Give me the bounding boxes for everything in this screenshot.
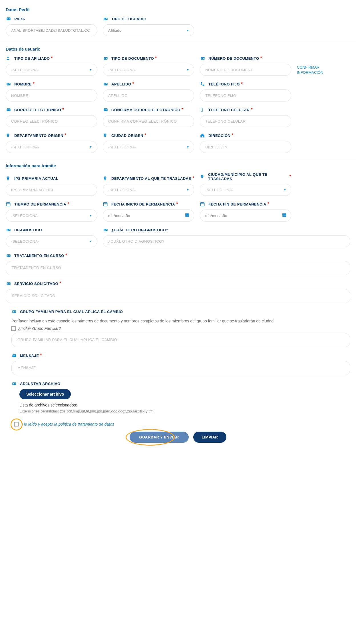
tratamiento-input[interactable]: TRATAMIENTO EN CURSO <box>6 261 350 275</box>
field-tipo-documento: TIPO DE DOCUMENTO * -SELECCIONA- ▼ <box>103 56 194 76</box>
id-card-icon <box>6 227 13 232</box>
fecha-inicio-input[interactable]: día/mes/año <box>103 210 194 222</box>
departamento-destino-select[interactable]: -SELECCIONA- ▼ <box>103 184 194 196</box>
correo-input[interactable]: CORREO ELECTRÓNICO <box>6 115 97 127</box>
apellido-input[interactable]: APELLIDO <box>103 89 194 101</box>
field-tipo-afiliado: TIPO DE AFILIADO* -SELECCIONA- ▼ <box>6 56 97 76</box>
field-correo: CORREO ELECTRÓNICO * CORREO ELECTRÓNICO <box>6 107 97 127</box>
pin-icon <box>6 133 13 138</box>
field-ciudad-destino: CIUDAD/MUNICIPIO AL QUE TE TRASLADAS * -… <box>200 172 291 196</box>
section-tramite-title: Información para trámite <box>6 163 350 168</box>
caret-down-icon: ▼ <box>89 240 92 243</box>
field-ciudad-origen: CIUDAD ORIGEN * -SELECCIONA- ▼ <box>103 133 194 153</box>
departamento-origen-select[interactable]: -SELECCIONA- ▼ <box>6 141 97 153</box>
id-card-icon <box>6 81 13 87</box>
person-icon <box>6 56 13 61</box>
buttons-row: GUARDAR Y ENVIAR LIMPIAR <box>6 432 350 443</box>
mail-icon <box>6 107 13 112</box>
home-icon <box>200 133 207 138</box>
id-card-icon <box>103 81 110 87</box>
caret-down-icon: ▼ <box>186 68 189 71</box>
section-profile-title: Datos Perfil <box>6 7 350 12</box>
mail-icon <box>11 353 18 358</box>
terms-highlight-circle <box>11 418 23 430</box>
calendar-grid-icon[interactable] <box>185 212 190 219</box>
field-telefono-celular: TELÉFONO CELULAR * TELÉFONO CELULAR <box>200 107 291 127</box>
incluir-grupo-label: ¿Incluir Grupo Familiar? <box>18 326 61 331</box>
field-numero-documento: NÚMERO DE DOCUMENTO * NÚMERO DE DOCUMENT <box>200 56 291 76</box>
telefono-celular-input[interactable]: TELÉFONO CELULAR <box>200 115 291 127</box>
id-card-icon <box>103 227 110 232</box>
lista-archivos-label: Lista de archivos seleccionados: <box>19 403 350 407</box>
seleccionar-archivo-button[interactable]: Seleccionar archivo <box>19 389 71 399</box>
mail-icon <box>6 16 13 21</box>
servicio-input[interactable]: SERVICIO SOLICITADO <box>6 289 350 303</box>
id-card-icon <box>11 309 18 314</box>
field-direccion: DIRECCIÓN * DIRECCIÓN <box>200 133 291 153</box>
caret-down-icon: ▼ <box>186 145 189 149</box>
incluir-grupo-checkbox[interactable] <box>11 326 16 331</box>
caret-down-icon: ▼ <box>89 68 92 71</box>
direccion-input[interactable]: DIRECCIÓN <box>200 141 291 153</box>
numero-documento-input[interactable]: NÚMERO DE DOCUMENT <box>200 64 291 76</box>
field-otro-diagnostico: ¿CUÁL OTRO DIAGNOSTICO? ¿CUÁL OTRO DIAGN… <box>103 227 350 247</box>
field-servicio: SERVICIO SOLICITADO * SERVICIO SOLICITAD… <box>6 281 350 303</box>
field-telefono-fijo: TELÉFONO FIJO * TELÉFONO FIJO <box>200 81 291 101</box>
id-card-icon <box>200 56 207 61</box>
field-departamento-destino: DEPARTAMENTO AL QUE TE TRASLADAS * -SELE… <box>103 176 194 196</box>
id-card-icon <box>103 56 110 61</box>
confirma-correo-input[interactable]: CONFIRMA CORREO ELECTRÓNICO <box>103 115 194 127</box>
field-confirma-correo: CONFIRMA CORREO ELECTRÓNICO * CONFIRMA C… <box>103 107 194 127</box>
field-tipo-usuario: TIPO DE USUARIO Afiliado ▼ <box>103 16 194 36</box>
ciudad-origen-select[interactable]: -SELECCIONA- ▼ <box>103 141 194 153</box>
pin-icon <box>103 176 110 181</box>
field-diagnostico: DIAGNOSTICO -SELECCIONA- ▼ <box>6 227 97 247</box>
field-mensaje: MENSAJE * MENSAJE <box>11 353 350 375</box>
calendar-icon <box>103 202 110 207</box>
otro-diagnostico-input[interactable]: ¿CUÁL OTRO DIAGNOSTICO? <box>103 235 350 247</box>
field-grupo-familiar: GRUPO FAMILIAR PARA EL CUAL APLICA EL CA… <box>11 309 350 347</box>
field-fecha-fin: FECHA FIN DE PERMANENCIA * día/mes/año <box>200 202 291 222</box>
field-ips-primaria: IPS PRIMARIA ACTUAL IPS PRIMARIA ACTUAL <box>6 176 97 196</box>
limpiar-button[interactable]: LIMPIAR <box>193 432 227 443</box>
tipo-usuario-select[interactable]: Afiliado ▼ <box>103 24 194 36</box>
field-fecha-inicio: FECHA INICIO DE PERMANENCIA * día/mes/añ… <box>103 202 194 222</box>
ciudad-destino-select[interactable]: -SELECCIONA- ▼ <box>200 184 291 196</box>
extensiones-permitidas: Extensiones permitidas: (xls,pdf,bmp,gif… <box>19 409 350 413</box>
calendar-icon <box>200 202 207 207</box>
caret-down-icon: ▼ <box>89 214 92 217</box>
field-apellido: APELLIDO * APELLIDO <box>103 81 194 101</box>
id-card-icon <box>103 16 110 21</box>
field-adjuntar-archivo: ADJUNTAR ARCHIVO Seleccionar archivo Lis… <box>11 381 350 413</box>
telefono-fijo-input[interactable]: TELÉFONO FIJO <box>200 89 291 101</box>
field-tratamiento: TRATAMIENTO EN CURSO * TRATAMIENTO EN CU… <box>6 253 350 275</box>
guardar-enviar-button[interactable]: GUARDAR Y ENVIAR <box>130 432 189 443</box>
field-tiempo-permanencia: TIEMPO DE PERMANENCIA * -SELECCIONA- ▼ <box>6 202 97 222</box>
nombre-input[interactable]: NOMBRE <box>6 89 97 101</box>
mail-icon <box>103 107 110 112</box>
calendar-grid-icon[interactable] <box>282 212 287 219</box>
caret-down-icon: ▼ <box>283 188 286 192</box>
grupo-familiar-input[interactable]: GRUPO FAMILIAR PARA EL CUAL APLICA EL CA… <box>11 333 350 347</box>
confirmar-informacion-link[interactable]: CONFIRMAR INFORMACIÓN <box>297 65 331 76</box>
tipo-afiliado-select[interactable]: -SELECCIONA- ▼ <box>6 64 97 76</box>
tipo-documento-select[interactable]: -SELECCIONA- ▼ <box>103 64 194 76</box>
para-label: PARA <box>14 17 25 21</box>
field-departamento-origen: DEPARTAMENTO ORIGEN * -SELECCIONA- ▼ <box>6 133 97 153</box>
mobile-icon <box>200 107 207 112</box>
terms-text[interactable]: He leído y acepto la política de tratami… <box>22 422 114 426</box>
ips-primaria-input[interactable]: IPS PRIMARIA ACTUAL <box>6 184 97 196</box>
fecha-fin-input[interactable]: día/mes/año <box>200 210 291 222</box>
section-usuario-title: Datos de usuario <box>6 47 350 51</box>
diagnostico-select[interactable]: -SELECCIONA- ▼ <box>6 235 97 247</box>
pin-icon <box>6 176 13 181</box>
pin-icon <box>200 174 206 179</box>
caret-down-icon: ▼ <box>89 145 92 149</box>
mensaje-input[interactable]: MENSAJE <box>11 361 350 375</box>
tiempo-permanencia-select[interactable]: -SELECCIONA- ▼ <box>6 210 97 222</box>
id-card-icon <box>6 253 13 258</box>
id-card-icon <box>6 281 13 286</box>
caret-down-icon: ▼ <box>186 29 189 32</box>
para-input[interactable]: ANALISPORTABILIDAD@SALUDTOTAL.CC <box>6 24 97 36</box>
grupo-helper-text: Por favor incluya en este espacio los nú… <box>11 319 350 323</box>
